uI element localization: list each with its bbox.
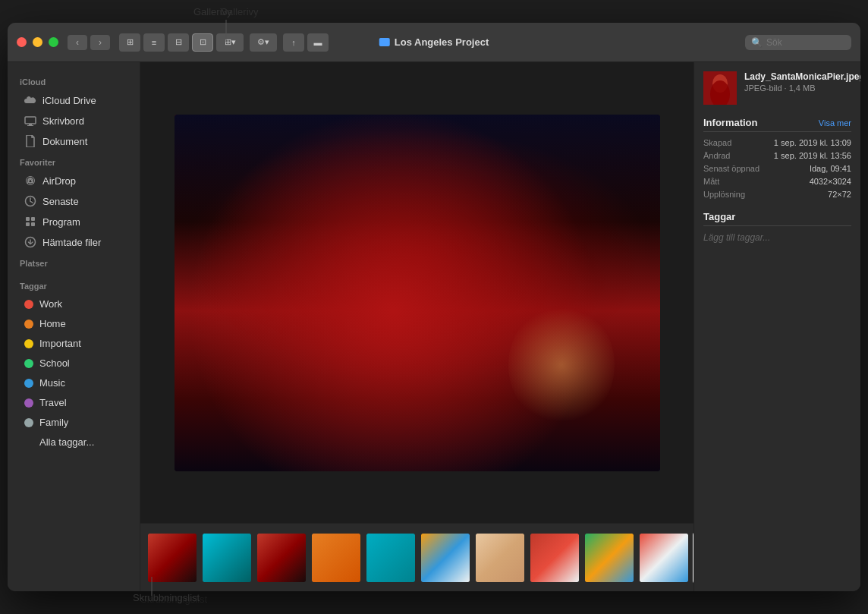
filmstrip-thumb-9[interactable] [583, 532, 635, 584]
travel-tag-dot [24, 398, 33, 408]
sidebar-item-senaste[interactable]: Senaste [12, 191, 135, 211]
svg-rect-8 [26, 222, 30, 226]
tag-button[interactable]: ▬ [307, 33, 329, 52]
info-section-title: Information [703, 117, 758, 128]
meta-andrad: Ändrad 1 sep. 2019 kl. 13:56 [703, 151, 851, 160]
favoriter-section-title: Favoriter [8, 152, 140, 170]
filmstrip [140, 523, 693, 591]
svg-rect-6 [26, 217, 30, 221]
file-thumbnail [703, 71, 737, 105]
meta-upplösning: Upplösning 72×72 [703, 190, 851, 199]
sidebar-item-alla-taggar[interactable]: Alla taggar... [12, 433, 135, 452]
file-preview: Lady_SantaMonicaPier.jpeg JPEG-bild · 1,… [703, 71, 851, 105]
view-group-button[interactable]: ⊞▾ [216, 33, 244, 52]
sidebar-item-airdrop[interactable]: AirDrop [12, 171, 135, 190]
sidebar-item-dokument[interactable]: Dokument [12, 131, 135, 151]
music-tag-dot [24, 379, 33, 388]
toolbar-right: 🔍 [745, 35, 851, 50]
taggar-section-title: Taggar [8, 276, 140, 294]
sidebar: iCloud iCloud Drive Skrivbord [8, 62, 140, 591]
settings-button[interactable]: ⚙▾ [250, 33, 277, 52]
visa-mer-link[interactable]: Visa mer [819, 118, 851, 128]
important-tag-label: Important [39, 338, 81, 349]
program-label: Program [42, 216, 80, 228]
view-columns-button[interactable]: ⊟ [168, 33, 189, 52]
bottom-row: ↺ Rotera till vänster ✎ Märkning ••• Mer… [140, 523, 693, 591]
family-tag-dot [24, 418, 33, 427]
filmstrip-thumb-7[interactable] [474, 532, 526, 584]
forward-button[interactable]: › [90, 35, 110, 50]
filename: Lady_SantaMonicaPier.jpeg [744, 71, 860, 83]
filmstrip-thumb-10[interactable] [638, 532, 690, 584]
filmstrip-thumb-2[interactable] [201, 532, 253, 584]
meta-matt: Mått 4032×3024 [703, 177, 851, 186]
sidebar-item-hamtade-filer[interactable]: Hämtade filer [12, 232, 135, 252]
meta-matt-label: Mått [703, 177, 719, 186]
desktop-icon [24, 115, 36, 127]
sidebar-item-icloud-drive[interactable]: iCloud Drive [12, 90, 135, 110]
sidebar-item-skrivbord[interactable]: Skrivbord [12, 111, 135, 131]
music-tag-label: Music [39, 377, 65, 389]
titlebar: ‹ › ⊞ ≡ ⊟ ⊡ ⊞▾ ⚙▾ ↑ ▬ Los Angeles Projec… [8, 23, 860, 62]
taggar-section-title-right: Taggar [703, 211, 735, 222]
filmstrip-thumb-4[interactable] [310, 532, 362, 584]
sidebar-item-important[interactable]: Important [12, 334, 135, 353]
meta-andrad-value: 1 sep. 2019 kl. 13:56 [774, 151, 851, 160]
file-info: Lady_SantaMonicaPier.jpeg JPEG-bild · 1,… [744, 71, 860, 93]
cloud-icon [24, 94, 36, 106]
share-button[interactable]: ↑ [283, 33, 304, 52]
close-button[interactable] [17, 37, 27, 47]
main-image-container[interactable] [140, 62, 693, 523]
taggar-section-header: Taggar [703, 211, 851, 226]
nav-buttons: ‹ › [68, 35, 110, 50]
search-input[interactable] [766, 37, 845, 48]
important-tag-dot [24, 339, 33, 348]
family-tag-label: Family [39, 417, 68, 428]
view-list-button[interactable]: ≡ [143, 33, 165, 52]
sidebar-item-family[interactable]: Family [12, 413, 135, 432]
meta-senast-oppnad: Senast öppnad Idag, 09:41 [703, 164, 851, 173]
maximize-button[interactable] [49, 37, 58, 47]
meta-upplosning-label: Upplösning [703, 190, 745, 199]
platser-section-title: Platser [8, 253, 140, 271]
folder-icon [379, 38, 390, 46]
svg-point-17 [357, 198, 395, 335]
view-icons-button[interactable]: ⊞ [119, 33, 140, 52]
view-gallery-button[interactable]: ⊡ [192, 33, 213, 52]
skrubbningslist-annotation: Skrubbningslist [140, 594, 207, 605]
meta-skapad: Skapad 1 sep. 2019 kl. 13:09 [703, 138, 851, 147]
sidebar-item-home[interactable]: Home [12, 314, 135, 333]
search-icon: 🔍 [751, 37, 763, 48]
tags-placeholder[interactable]: Lägg till taggar... [703, 232, 770, 243]
sidebar-item-school[interactable]: School [12, 354, 135, 373]
traffic-lights [17, 37, 58, 47]
sidebar-item-program[interactable]: Program [12, 212, 135, 231]
alla-taggar-label: Alla taggar... [39, 436, 94, 448]
minimize-button[interactable] [33, 37, 42, 47]
filmstrip-thumb-1[interactable] [146, 532, 198, 584]
clock-icon [24, 195, 36, 207]
home-tag-label: Home [39, 318, 66, 329]
hamtade-filer-label: Hämtade filer [42, 237, 101, 248]
senaste-label: Senaste [42, 196, 79, 207]
sidebar-item-travel[interactable]: Travel [12, 393, 135, 412]
back-button[interactable]: ‹ [68, 35, 87, 50]
travel-tag-label: Travel [39, 397, 67, 408]
filmstrip-thumb-3[interactable] [256, 532, 307, 584]
svg-rect-13 [175, 115, 660, 471]
search-box: 🔍 [745, 35, 851, 50]
svg-marker-18 [630, 388, 660, 430]
work-tag-dot [24, 300, 33, 309]
filmstrip-thumb-8[interactable] [529, 532, 580, 584]
sidebar-item-music[interactable]: Music [12, 373, 135, 392]
svg-rect-7 [31, 217, 35, 221]
filmstrip-thumb-5[interactable] [365, 532, 417, 584]
airdrop-label: AirDrop [42, 175, 76, 187]
tags-section: Taggar Lägg till taggar... [703, 211, 851, 243]
sidebar-item-work[interactable]: Work [12, 294, 135, 313]
filetype: JPEG-bild · 1,4 MB [744, 83, 860, 93]
svg-rect-11 [175, 115, 660, 471]
svg-point-14 [334, 244, 470, 471]
filmstrip-thumb-6[interactable] [420, 532, 471, 584]
right-panel: Lady_SantaMonicaPier.jpeg JPEG-bild · 1,… [693, 62, 860, 591]
